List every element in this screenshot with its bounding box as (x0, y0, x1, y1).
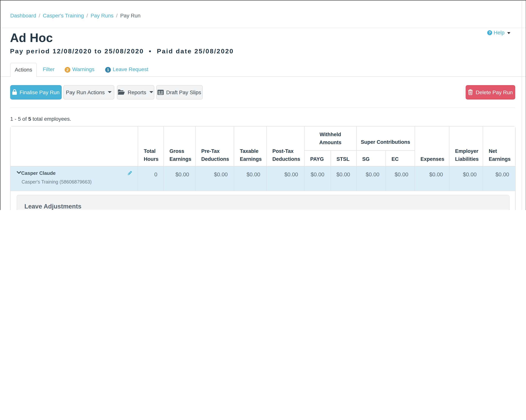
svg-text:?: ? (488, 31, 491, 35)
